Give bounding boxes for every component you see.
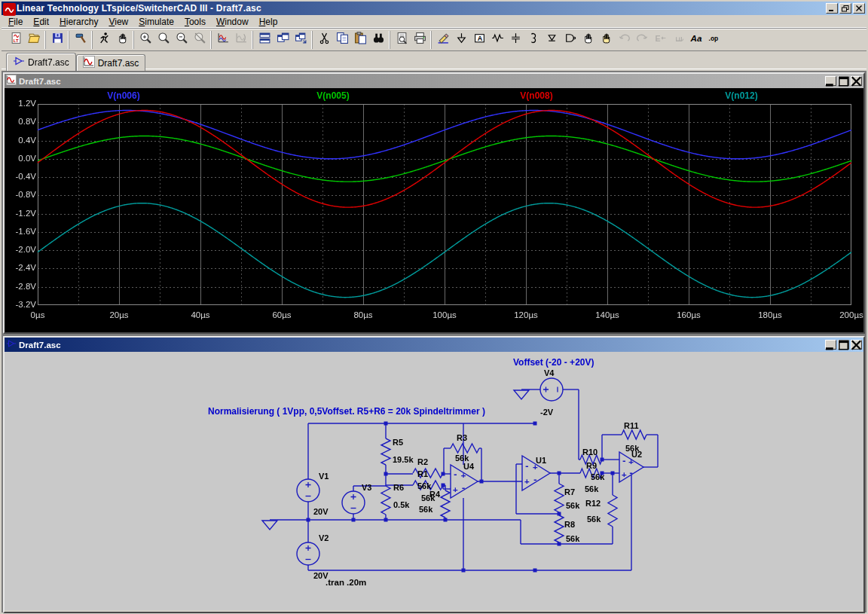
copy-button[interactable] [333,31,351,49]
x-axis-tick-label[interactable]: 140µs [586,310,628,319]
schematic-window-titlebar[interactable]: Draft7.asc [5,338,863,352]
resistor-value-label[interactable]: 56k [417,481,432,490]
source-label-V3[interactable]: V3 [362,483,371,492]
grid-pane-button[interactable] [232,31,250,49]
resistor-label-R6[interactable]: R6 [393,483,404,492]
close-button[interactable] [851,340,862,350]
minimize-button[interactable] [826,3,838,14]
drag-button[interactable] [597,31,615,49]
y-axis-tick-label[interactable]: -2.4V [9,263,36,272]
resistor-R12[interactable] [608,495,617,527]
y-axis-tick-label[interactable]: -3.2V [9,300,36,309]
schematic-comment[interactable]: Normalisierung ( 1Vpp, 0,5Voffset. R5+R6… [208,406,485,417]
y-axis-tick-label[interactable]: -0.4V [9,172,36,181]
capacitor-button[interactable] [506,31,524,49]
resistor-value-R6[interactable]: 0.5k [393,500,410,509]
resistor-R5[interactable] [381,438,390,465]
resistor-value-R8[interactable]: 56k [566,534,580,543]
run-button[interactable] [95,31,113,49]
y-axis-tick-label[interactable]: -1.2V [9,209,36,218]
component-button[interactable] [561,31,579,49]
tab-schematic[interactable]: Draft7.asc [6,53,76,71]
spice-directive-button[interactable]: .op [705,31,723,49]
y-axis-tick-label[interactable]: -2.0V [9,245,36,254]
x-axis-tick-label[interactable]: 20µs [98,310,140,319]
zoom-full-button[interactable] [191,31,209,49]
resistor-R11[interactable] [622,430,646,439]
resistor-label-R11[interactable]: R11 [624,421,639,430]
source-label-V1[interactable]: V1 [319,472,329,481]
autorange-waves-button[interactable] [214,31,232,49]
open-button[interactable] [25,31,43,49]
new-schematic-button[interactable]: LT [7,31,25,49]
x-axis-tick-label[interactable]: 40µs [179,310,222,319]
paste-button[interactable] [351,31,369,49]
redo-button[interactable] [633,31,651,49]
zoom-area-button[interactable] [154,31,173,49]
y-axis-tick-label[interactable]: -2.8V [9,282,36,291]
zoom-in-button[interactable] [136,31,154,49]
ground-symbol[interactable] [262,521,277,530]
ground-button[interactable] [452,31,470,49]
source-value-V4[interactable]: -2V [540,408,554,417]
resistor-value-R12[interactable]: 56k [587,515,601,524]
find-button[interactable] [369,31,387,49]
menu-item-hierarchy[interactable]: Hierarchy [54,16,103,28]
halt-button[interactable] [113,31,131,49]
mirror-button[interactable]: E [651,31,669,49]
y-axis-tick-label[interactable]: -1.6V [9,227,36,236]
resistor-label-R10[interactable]: R10 [582,448,598,457]
resistor-label-R9[interactable]: R9 [586,461,597,470]
opamp-label-U1[interactable]: U1 [536,456,546,465]
y-axis-tick-label[interactable]: 0.0V [9,154,36,163]
resistor-label-R5[interactable]: R5 [393,438,403,447]
tile-vert-button[interactable] [274,31,292,49]
maximize-button[interactable] [838,340,849,350]
resistor-label-R12[interactable]: R12 [585,499,601,508]
resistor-R4[interactable] [441,490,450,518]
resistor-label-R8[interactable]: R8 [564,520,575,529]
resistor-button[interactable] [488,31,506,49]
y-axis-tick-label[interactable]: 0.8V [9,117,36,126]
trace-label-V(n008)[interactable]: V(n008) [520,90,552,101]
opamp-label-U4[interactable]: U4 [463,462,475,471]
resistor-R3[interactable] [451,444,479,453]
resistor-value-R7[interactable]: 56k [566,501,580,510]
title-bar[interactable]: Linear Technology LTspice/SwitcherCAD II… [2,2,866,15]
tile-horz-button[interactable] [255,31,274,49]
control-panel-button[interactable] [72,31,90,49]
menu-item-simulate[interactable]: Simulate [133,16,179,28]
resistor-label-R1[interactable]: R1 [417,469,428,478]
text-tool-button[interactable]: Aa [687,31,705,49]
x-axis-tick-label[interactable]: 100µs [423,310,466,319]
cascade-button[interactable] [292,31,310,49]
cut-button[interactable] [315,31,333,49]
resistor-value-R5[interactable]: 19.5k [393,455,414,464]
move-button[interactable] [579,31,597,49]
net-label-button[interactable]: A [470,31,488,49]
schematic-comment[interactable]: Voffset (-20 - +20V) [513,357,594,368]
print-preview-button[interactable] [393,31,411,49]
rotate-button[interactable]: E [669,31,687,49]
trace-label-V(n006)[interactable]: V(n006) [107,90,139,101]
close-button[interactable] [853,3,865,14]
app-icon[interactable] [3,3,14,14]
y-axis-tick-label[interactable]: 1.2V [9,99,36,108]
menu-item-view[interactable]: View [103,16,133,28]
tab-waveform[interactable]: Draft7.asc [76,54,146,71]
minimize-button[interactable] [825,76,836,86]
x-axis-tick-label[interactable]: 60µs [261,310,303,319]
zoom-out-button[interactable] [173,31,191,49]
waveform-plot[interactable] [9,88,863,326]
menu-item-tools[interactable]: Tools [179,16,211,28]
y-axis-tick-label[interactable]: -0.8V [9,190,36,199]
menu-item-window[interactable]: Window [211,16,254,28]
trace-label-V(n005)[interactable]: V(n005) [316,90,349,101]
x-axis-tick-label[interactable]: 80µs [342,310,384,319]
resistor-label-R7[interactable]: R7 [564,487,575,496]
resistor-label-R2[interactable]: R2 [417,457,428,466]
y-axis-tick-label[interactable]: 0.4V [9,136,36,145]
inductor-button[interactable] [524,31,542,49]
x-axis-tick-label[interactable]: 200µs [830,310,863,319]
trace-label-V(n012)[interactable]: V(n012) [725,90,757,101]
